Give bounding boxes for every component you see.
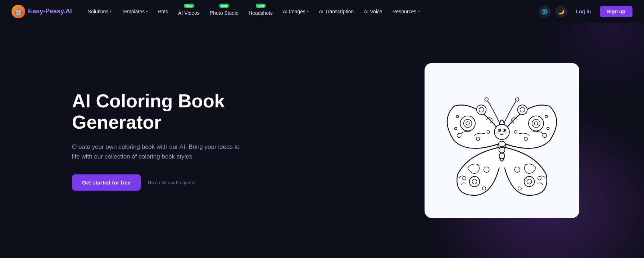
svg-point-18	[514, 130, 517, 133]
hero-image-card	[425, 63, 579, 218]
svg-point-23	[482, 187, 486, 190]
svg-point-22	[463, 177, 466, 180]
hero-section: AI Coloring Book Generator Create your o…	[0, 23, 644, 258]
svg-point-33	[504, 130, 505, 131]
chevron-down-icon: ▾	[146, 9, 148, 13]
svg-point-39	[456, 115, 459, 118]
butterfly-illustration	[434, 72, 570, 209]
svg-point-42	[547, 127, 549, 130]
theme-toggle-button[interactable]: 🌙	[555, 5, 567, 18]
nav-item-templates[interactable]: Templates ▾	[117, 6, 152, 17]
nav-item-ai-transcription[interactable]: AI Transcription	[314, 6, 358, 17]
svg-point-15	[520, 107, 525, 112]
svg-point-28	[518, 187, 522, 190]
nav-item-ai-voice[interactable]: AI Voice	[359, 6, 386, 17]
logo-avatar: 🤖	[12, 5, 25, 18]
nav-items: Solutions ▾ Templates ▾ Bots New AI Vide…	[83, 5, 539, 18]
new-badge: New	[184, 4, 194, 8]
chevron-down-icon: ▾	[418, 9, 420, 13]
svg-point-10	[487, 130, 490, 133]
chevron-down-icon: ▾	[110, 9, 112, 13]
hero-title: AI Coloring Book Generator	[72, 90, 288, 134]
new-badge: New	[255, 4, 266, 8]
svg-point-34	[496, 132, 499, 134]
svg-point-36	[499, 141, 505, 147]
logo[interactable]: 🤖 Easy-Peasy.AI	[12, 5, 72, 18]
nav-item-bots[interactable]: Bots	[154, 6, 172, 17]
svg-point-8	[457, 133, 461, 137]
nav-item-ai-videos[interactable]: New AI Videos	[174, 5, 204, 18]
cta-note: No credit card required	[148, 180, 195, 185]
nav-item-headshots[interactable]: New Headshots	[244, 5, 277, 18]
svg-point-7	[479, 107, 484, 112]
new-badge: New	[219, 4, 230, 8]
svg-point-16	[543, 133, 547, 137]
svg-point-26	[514, 167, 520, 172]
navbar: 🤖 Easy-Peasy.AI Solutions ▾ Templates ▾ …	[0, 0, 644, 23]
svg-point-20	[472, 179, 477, 184]
cta-row: Get started for free No credit card requ…	[72, 174, 288, 191]
svg-point-35	[505, 132, 508, 134]
signup-button[interactable]: Sign up	[600, 6, 632, 17]
nav-item-ai-images[interactable]: AI Images ▾	[278, 6, 313, 17]
svg-point-9	[476, 137, 480, 141]
login-button[interactable]: Log in	[572, 6, 595, 17]
svg-point-5	[466, 122, 470, 125]
hero-content: AI Coloring Book Generator Create your o…	[72, 90, 288, 191]
svg-point-27	[538, 177, 541, 180]
svg-point-17	[524, 137, 528, 141]
svg-point-38	[499, 153, 504, 159]
nav-item-photo-studio[interactable]: New Photo Studio	[205, 5, 243, 18]
svg-point-13	[534, 122, 538, 125]
nav-item-resources[interactable]: Resources ▾	[388, 6, 424, 17]
svg-point-25	[527, 179, 531, 184]
svg-point-41	[545, 115, 548, 118]
get-started-button[interactable]: Get started for free	[72, 174, 141, 191]
language-button[interactable]: 🌐	[539, 5, 551, 18]
svg-point-32	[499, 130, 500, 131]
logo-text: Easy-Peasy.AI	[28, 8, 72, 15]
svg-point-40	[454, 127, 457, 130]
nav-item-solutions[interactable]: Solutions ▾	[83, 6, 116, 17]
hero-subtitle: Create your own coloring book with our A…	[72, 142, 245, 161]
svg-point-2	[516, 98, 519, 101]
svg-point-37	[499, 147, 505, 153]
chevron-down-icon: ▾	[307, 9, 309, 13]
nav-right: 🌐 🌙 Log in Sign up	[539, 5, 632, 18]
svg-point-21	[484, 167, 489, 172]
svg-point-1	[485, 98, 489, 101]
